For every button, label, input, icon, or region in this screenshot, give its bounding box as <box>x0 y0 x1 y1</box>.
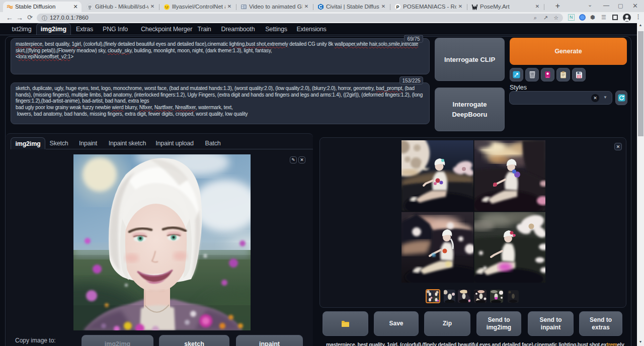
svg-text:P: P <box>396 5 399 10</box>
